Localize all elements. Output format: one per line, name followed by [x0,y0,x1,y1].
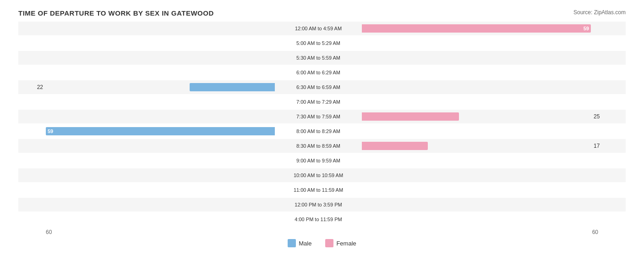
legend-male-box [288,239,296,247]
legend-female-box [325,239,333,247]
female-bar-container [362,112,591,121]
female-bar-container [362,54,591,62]
time-label: 7:00 AM to 7:29 AM [275,99,362,105]
legend-male: Male [288,239,311,247]
male-bar-container [46,112,275,121]
female-bar-container [362,83,591,91]
table-row: 7:30 AM to 7:59 AM25 [18,110,626,123]
table-row: 8:30 AM to 8:59 AM17 [18,139,626,153]
time-label: 5:00 AM to 5:29 AM [275,40,362,46]
time-label: 6:00 AM to 6:29 AM [275,70,362,75]
time-label: 10:00 AM to 10:59 AM [275,173,362,178]
table-row: 12:00 AM to 4:59 AM59 [18,22,626,35]
female-bar [362,142,428,150]
female-bar-container [362,127,591,135]
female-bar-container: 59 [362,24,591,33]
male-bar-container [46,186,275,194]
female-bar-container [362,215,591,223]
male-bar-container [46,201,275,209]
male-bar-container [46,39,275,47]
time-label: 12:00 PM to 3:59 PM [275,202,362,207]
female-bar: 59 [362,24,591,33]
axis-left-val: 60 [46,229,52,235]
male-bar-container [46,68,275,77]
female-bar-container [362,186,591,194]
male-bar-container [46,54,275,62]
female-bar-container [362,39,591,47]
time-label: 9:00 AM to 9:59 AM [275,158,362,163]
female-value: 25 [591,113,618,120]
female-bar-container [362,156,591,165]
table-row: 7:00 AM to 7:29 AM [18,95,626,109]
male-inside-label: 59 [46,128,55,134]
male-bar-container [46,98,275,106]
axis-right-val: 60 [592,229,598,235]
legend-male-label: Male [299,240,311,247]
chart-area: 12:00 AM to 4:59 AM595:00 AM to 5:29 AM5… [18,22,626,226]
table-row: 5:30 AM to 5:59 AM [18,51,626,65]
male-bar-container [46,83,275,91]
male-bar-container [46,24,275,33]
time-label: 6:30 AM to 6:59 AM [275,84,362,90]
female-bar-container [362,142,591,150]
time-label: 7:30 AM to 7:59 AM [275,114,362,119]
male-bar: 59 [46,127,275,135]
male-bar-container [46,142,275,150]
table-row: 11:00 AM to 11:59 AM [18,183,626,197]
female-bar [362,112,459,121]
chart-title: TIME OF DEPARTURE TO WORK BY SEX IN GATE… [18,9,626,17]
time-label: 8:00 AM to 8:29 AM [275,128,362,134]
time-label: 11:00 AM to 11:59 AM [275,187,362,193]
female-value: 17 [591,143,618,149]
time-label: 8:30 AM to 8:59 AM [275,143,362,149]
female-inside-label: 59 [582,26,591,31]
male-bar [190,83,275,91]
male-bar-container [46,171,275,179]
table-row: 226:30 AM to 6:59 AM [18,80,626,94]
time-label: 12:00 AM to 4:59 AM [275,26,362,31]
female-bar-container [362,68,591,77]
male-bar-container: 59 [46,127,275,135]
table-row: 6:00 AM to 6:29 AM [18,66,626,79]
axis-bottom: 60 60 [18,229,626,235]
female-bar-container [362,201,591,209]
time-label: 4:00 PM to 11:59 PM [275,217,362,222]
legend: Male Female [18,239,626,247]
female-bar-container [362,98,591,106]
table-row: 12:00 PM to 3:59 PM [18,198,626,212]
legend-female: Female [325,239,356,247]
male-bar-container [46,215,275,223]
table-row: 9:00 AM to 9:59 AM [18,154,626,167]
table-row: 5:00 AM to 5:29 AM [18,36,626,50]
time-label: 5:30 AM to 5:59 AM [275,55,362,61]
legend-female-label: Female [336,240,356,247]
female-bar-container [362,171,591,179]
table-row: 10:00 AM to 10:59 AM [18,168,626,182]
source-text: Source: ZipAtlas.com [573,9,626,16]
male-value: 22 [18,84,46,90]
chart-container: TIME OF DEPARTURE TO WORK BY SEX IN GATE… [0,0,644,266]
table-row: 4:00 PM to 11:59 PM [18,212,626,226]
male-bar-container [46,156,275,165]
table-row: 598:00 AM to 8:29 AM [18,124,626,138]
